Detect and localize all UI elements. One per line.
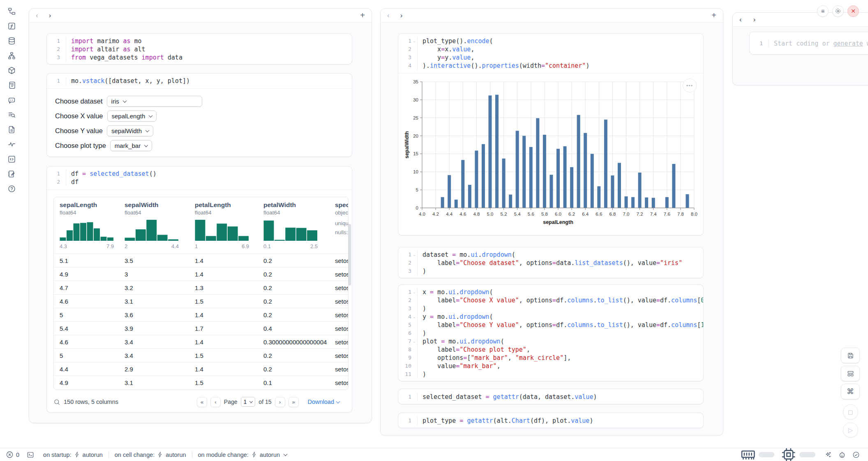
sidebar-chat-button[interactable] <box>3 93 20 108</box>
sidebar-snippets-button[interactable] <box>3 152 20 167</box>
column-header-sepalWidth[interactable]: sepalWidthfloat6424.4 <box>119 197 189 254</box>
settings-button[interactable] <box>832 5 844 17</box>
sidebar-functions-button[interactable] <box>3 19 20 34</box>
sidebar-datasources-button[interactable] <box>3 34 20 49</box>
code-line: 2 label="Choose X value", options=df.col… <box>398 296 703 304</box>
y-value-select[interactable]: sepalWidth <box>107 125 153 136</box>
add-cell-button[interactable]: + <box>360 11 365 20</box>
shutdown-button[interactable]: ✕ <box>847 5 859 17</box>
code-line: 1import marimo as mo <box>47 37 352 45</box>
column-header-petalLength[interactable]: petalLengthfloat6416.9 <box>189 197 258 254</box>
column-forward-icon[interactable]: › <box>49 12 51 19</box>
sidebar-documentation-button[interactable] <box>3 123 20 138</box>
table-cell: 4.9 <box>54 271 119 278</box>
x-value-select[interactable]: sepalLength <box>107 111 157 122</box>
table-cell: setosa <box>329 257 349 264</box>
memory-usage[interactable] <box>740 446 774 461</box>
plot-type-select[interactable]: mark_bar <box>110 140 152 151</box>
error-count-badge[interactable]: 0 <box>6 451 19 459</box>
code-editor[interactable]: 1selected_dataset = getattr(data, datase… <box>398 389 703 404</box>
code-editor[interactable]: 1mo.vstack([dataset, x, y, plot]) <box>47 74 352 88</box>
code-editor[interactable]: 1⌄plot_type().encode(2 x=x.value,3 y=y.v… <box>398 34 703 73</box>
svg-text:6.4: 6.4 <box>582 212 589 217</box>
ai-assistant-button[interactable] <box>824 451 832 459</box>
prev-page-button[interactable]: ‹ <box>210 397 221 407</box>
connection-status-button[interactable] <box>852 451 860 459</box>
code-line: 10 value="mark_bar", <box>398 362 703 370</box>
search-icon[interactable] <box>53 399 60 406</box>
sidebar-scratchpad-button[interactable] <box>3 167 20 182</box>
column-histogram <box>60 217 114 241</box>
code-line: 1⌄dataset = mo.ui.dropdown( <box>398 251 703 259</box>
code-editor[interactable]: 1import marimo as mo2import altair as al… <box>47 34 352 65</box>
download-button[interactable]: Download <box>308 399 340 405</box>
table-row: 4.73.21.30.2setosa <box>54 281 348 294</box>
stop-icon: ◻ <box>848 408 853 416</box>
keyboard-shortcuts-button[interactable]: ⌘ <box>841 384 860 399</box>
check-circle-icon <box>852 451 860 459</box>
lightning-icon <box>74 452 80 458</box>
sidebar-tracebacks-button[interactable] <box>3 108 20 123</box>
page-total-label: of 15 <box>259 399 271 405</box>
add-cell-button[interactable]: + <box>711 11 716 20</box>
chart-actions-button[interactable]: ••• <box>683 78 697 92</box>
table-cell: setosa <box>329 325 349 332</box>
table-cell: setosa <box>329 339 349 346</box>
on-module-change-setting[interactable]: on module change: autorun <box>198 452 287 458</box>
sidebar-variables-button[interactable] <box>3 138 20 152</box>
on-startup-setting[interactable]: on startup: autorun <box>43 452 103 458</box>
column-header-species[interactable]: speciesobjectunique:nulls: <box>329 197 349 254</box>
sidebar-dependency-graph-button[interactable] <box>3 49 20 64</box>
memory-usage-track <box>759 452 774 457</box>
terminal-button[interactable] <box>27 451 34 459</box>
chatbot-status-button[interactable] <box>838 451 846 459</box>
layout-toggle-button[interactable] <box>841 366 860 381</box>
svg-text:7.0: 7.0 <box>623 212 630 217</box>
on-cell-change-setting[interactable]: on cell change: autorun <box>115 452 186 458</box>
code-line: 1mo.vstack([dataset, x, y, plot]) <box>47 77 352 85</box>
column-header-sepalLength[interactable]: sepalLengthfloat644.37.9 <box>54 197 119 254</box>
column-header-petalWidth[interactable]: petalWidthfloat640.12.5 <box>258 197 329 254</box>
last-page-button[interactable]: » <box>289 397 299 407</box>
altair-bar-chart[interactable]: 4.04.24.44.64.85.05.25.45.65.86.06.26.46… <box>403 77 699 227</box>
play-icon: ▷ <box>848 426 853 434</box>
table-cell: 3.5 <box>119 257 189 264</box>
notebook-menu-button[interactable]: ≡ <box>817 5 829 17</box>
svg-text:4.4: 4.4 <box>446 212 453 217</box>
app-sidebar <box>0 0 23 444</box>
column-forward-icon[interactable]: › <box>400 12 403 19</box>
help-icon <box>7 184 16 193</box>
page-number-select[interactable]: 1 <box>241 397 256 407</box>
cpu-usage[interactable] <box>780 446 815 461</box>
table-scrollbar[interactable] <box>348 224 351 286</box>
generate-link[interactable]: generate <box>833 40 863 47</box>
sidebar-packages-button[interactable] <box>3 64 20 78</box>
code-editor[interactable]: 1⌄dataset = mo.ui.dropdown(2 label="Choo… <box>398 247 703 278</box>
table-cell: 2.9 <box>119 366 189 373</box>
code-line: 1⌄x = mo.ui.dropdown( <box>398 288 703 296</box>
code-editor[interactable]: 1df = selected_dataset()2df <box>47 166 352 190</box>
column-back-icon[interactable]: ‹ <box>36 12 38 19</box>
first-page-button[interactable]: « <box>197 397 207 407</box>
code-editor[interactable]: 1 Start coding or generate with <box>750 32 868 48</box>
column-back-icon[interactable]: ‹ <box>739 16 742 23</box>
stop-button[interactable]: ◻ <box>843 404 858 420</box>
chevron-down-icon <box>122 99 127 103</box>
svg-text:6.2: 6.2 <box>568 212 575 217</box>
code-editor[interactable]: 1⌄x = mo.ui.dropdown(2 label="Choose X v… <box>398 285 703 381</box>
run-button[interactable]: ▷ <box>843 422 858 438</box>
save-button[interactable] <box>841 348 860 363</box>
column-back-icon[interactable]: ‹ <box>387 12 390 19</box>
next-page-button[interactable]: › <box>275 397 285 407</box>
table-cell: 0.2 <box>258 271 329 278</box>
svg-text:5.2: 5.2 <box>501 212 507 217</box>
column-forward-icon[interactable]: › <box>753 16 756 23</box>
svg-text:25: 25 <box>413 115 418 120</box>
sidebar-file-explorer-button[interactable] <box>3 5 20 19</box>
sidebar-logs-button[interactable] <box>3 78 20 93</box>
svg-text:sepalLength: sepalLength <box>543 219 573 225</box>
code-editor[interactable]: 1plot_type = getattr(alt.Chart(df), plot… <box>398 413 703 428</box>
dataset-select[interactable]: iris <box>107 96 202 107</box>
save-icon <box>847 352 854 360</box>
sidebar-help-button[interactable] <box>3 182 20 197</box>
